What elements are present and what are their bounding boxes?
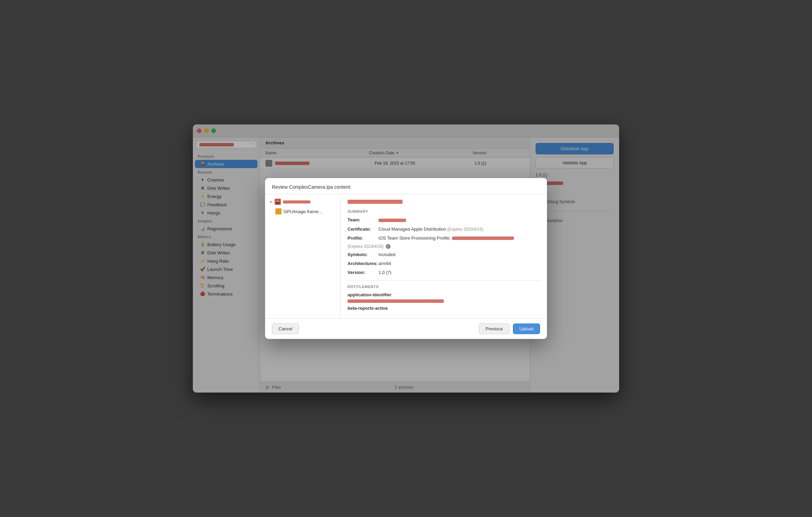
entitlement-value-redacted-1 (348, 299, 444, 303)
summary-divider (348, 280, 540, 280)
modal-app-name-redacted (348, 200, 403, 204)
tree-child-label: GPUImage.frame... (284, 209, 322, 214)
team-value (378, 217, 540, 223)
certificate-expires: (Expires 2023/4/15) (447, 227, 483, 232)
profile-row: Profile: iOS Team Store Provisioning Pro… (348, 235, 540, 241)
symbols-row: Symbols: Included (348, 252, 540, 258)
version-row: Version: 1.0 (7) (348, 270, 540, 276)
team-label: Team: (348, 217, 378, 223)
profile-label: Profile: (348, 235, 378, 241)
team-row: Team: (348, 217, 540, 223)
upload-button[interactable]: Upload (513, 323, 540, 334)
profile-expires-row: (Expires 2023/4/15) i (348, 244, 540, 249)
entitlements-section-label: ENTITLEMENTS (348, 285, 540, 289)
version-label: Version: (348, 270, 378, 276)
architectures-label: Architectures: (348, 261, 378, 267)
certificate-row: Certificate: Cloud Managed Apple Distrib… (348, 226, 540, 232)
modal-detail: SUMMARY Team: Certificate: Cloud Managed… (341, 194, 547, 318)
team-value-redacted (378, 219, 406, 222)
modal-overlay: Review ComplexCamera.ipa content: ▼ 📷 🔧 … (193, 124, 619, 393)
entitlement-key-1: application-identifier (348, 292, 540, 297)
info-icon[interactable]: i (386, 244, 391, 249)
certificate-label: Certificate: (348, 226, 378, 232)
chevron-right-icon: ▼ (269, 200, 273, 204)
summary-section-label: SUMMARY (348, 209, 540, 213)
tree-root-item[interactable]: ▼ 📷 (265, 197, 340, 207)
previous-button[interactable]: Previous (479, 323, 509, 334)
architectures-value: arm64 (378, 261, 540, 267)
framework-icon: 🔧 (275, 208, 282, 214)
tree-root-label-redacted (283, 200, 310, 204)
file-tree: ▼ 📷 🔧 GPUImage.frame... (265, 194, 341, 318)
cancel-button[interactable]: Cancel (272, 323, 299, 334)
entitlement-key-2: beta-reports-active (348, 306, 540, 311)
certificate-value: Cloud Managed Apple Distribution (Expire… (378, 226, 540, 232)
modal-dialog: Review ComplexCamera.ipa content: ▼ 📷 🔧 … (265, 178, 547, 339)
modal-title: Review ComplexCamera.ipa content: (272, 184, 351, 190)
footer-right-buttons: Previous Upload (479, 323, 540, 334)
tree-child-item[interactable]: 🔧 GPUImage.frame... (265, 207, 340, 216)
symbols-label: Symbols: (348, 252, 378, 258)
architectures-row: Architectures: arm64 (348, 261, 540, 267)
symbols-value: Included (378, 252, 540, 258)
app-file-icon: 📷 (275, 199, 281, 205)
profile-value: iOS Team Store Provisioning Profile: (378, 235, 540, 241)
profile-value-redacted (452, 236, 514, 240)
main-window: ⌃ Products 📦 Archives Reports ✦ Crashes … (193, 124, 619, 393)
modal-footer: Cancel Previous Upload (265, 318, 547, 339)
modal-header: Review ComplexCamera.ipa content: (265, 178, 547, 194)
modal-body: ▼ 📷 🔧 GPUImage.frame... SUMMARY (265, 194, 547, 318)
version-value: 1.0 (7) (378, 270, 540, 276)
